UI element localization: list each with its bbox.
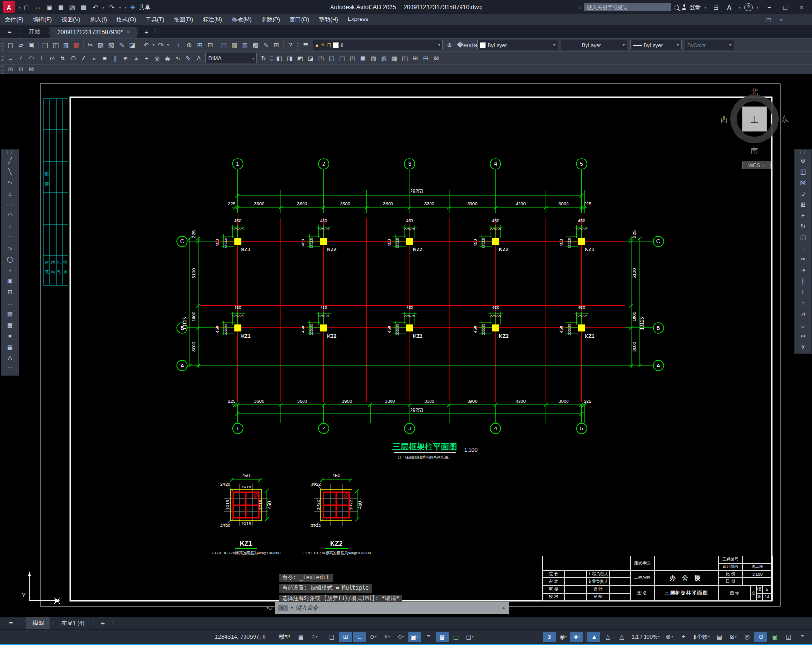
toolbar-grip[interactable]: [6, 151, 14, 154]
offset-icon[interactable]: ∪: [798, 188, 808, 199]
tab-model[interactable]: 模型: [26, 617, 50, 629]
help-icon[interactable]: ?: [744, 3, 753, 11]
make-object-layer-icon[interactable]: ⊕: [444, 40, 455, 50]
file-tabs-menu-icon[interactable]: ≡: [0, 25, 19, 38]
rotate-icon[interactable]: ↻: [798, 221, 808, 232]
app-store-cart-icon[interactable]: ⊟: [711, 2, 721, 12]
dimension-break-icon[interactable]: ≠: [131, 53, 141, 63]
scale-icon[interactable]: ◱: [798, 232, 808, 243]
line-icon[interactable]: ╱: [5, 155, 15, 166]
clean-icon[interactable]: ⊞: [410, 53, 421, 63]
help-icon[interactable]: ?: [285, 40, 295, 50]
polyline-icon[interactable]: ∿: [5, 177, 15, 188]
command-prompt-icon[interactable]: >_: [278, 605, 288, 611]
point-icon[interactable]: ∴: [5, 298, 15, 308]
layer-states-icon[interactable]: �endant;: [465, 40, 476, 50]
cut-icon[interactable]: ✂: [85, 40, 96, 50]
tab-document[interactable]: 20091121231731587910*×: [50, 27, 137, 38]
tool-palettes-icon[interactable]: ▥: [240, 40, 250, 50]
maximize-button[interactable]: □: [779, 2, 792, 12]
command-input[interactable]: >_ ▾ 键入命令 ▲: [275, 602, 509, 614]
dim-style-dropdown[interactable]: DIMA▾: [205, 53, 257, 63]
object-snap-tracking-toggle[interactable]: ×▾: [381, 632, 393, 642]
array-icon[interactable]: ⊞: [798, 199, 808, 210]
customization-menu-toggle[interactable]: ≡: [796, 632, 809, 642]
group-icon[interactable]: ⊞: [5, 64, 16, 75]
save-icon[interactable]: ▣: [26, 40, 37, 50]
app-menu-caret-icon[interactable]: ▾: [17, 2, 21, 12]
qat-save-as-icon[interactable]: ▦: [56, 2, 66, 12]
viewcube-top-label[interactable]: 上: [751, 115, 759, 124]
qat-new-icon[interactable]: ▢: [21, 2, 32, 12]
menu-视图V[interactable]: 视图(V): [57, 16, 85, 24]
redo-list-icon[interactable]: ▾: [166, 40, 170, 50]
help-caret-icon[interactable]: ▾: [755, 2, 760, 12]
color-dropdown[interactable]: ByLayer▾: [477, 40, 558, 50]
qat-undo-caret-icon[interactable]: ▾: [101, 2, 106, 12]
revision-cloud-icon[interactable]: ≈: [5, 232, 15, 243]
radius-dimension-icon[interactable]: ⊙: [47, 53, 58, 63]
clean-screen-toggle[interactable]: ◱: [782, 632, 795, 642]
properties-palette-icon[interactable]: ▤: [219, 40, 229, 50]
offset-faces-icon[interactable]: ◱: [326, 53, 337, 63]
menu-编辑E[interactable]: 编辑(E): [28, 16, 57, 24]
explode-icon[interactable]: ※: [798, 341, 808, 352]
lineweight-dropdown[interactable]: ByLayer▾: [630, 40, 682, 50]
multiline-text-icon[interactable]: A: [5, 352, 15, 363]
menu-格式O[interactable]: 格式(O): [112, 16, 141, 24]
solid-intersect-icon[interactable]: ◩: [295, 53, 305, 63]
qat-save-icon[interactable]: ▣: [44, 2, 55, 12]
copy-edges-icon[interactable]: ▩: [389, 53, 400, 63]
menu-Express[interactable]: Express: [343, 16, 373, 22]
design-center-icon[interactable]: ▦: [229, 40, 240, 50]
color-faces-icon[interactable]: ▧: [368, 53, 379, 63]
dimension-space-icon[interactable]: ≋: [120, 53, 131, 63]
baseline-dimension-icon[interactable]: ≡: [99, 53, 110, 63]
search-input[interactable]: 键入关键字或短语: [584, 3, 671, 11]
doc-minimize-button[interactable]: −: [750, 15, 763, 24]
gradient-icon[interactable]: ▩: [5, 319, 15, 330]
lock-ui-toggle[interactable]: ⊠▾: [727, 632, 740, 642]
isolate-objects-toggle[interactable]: ◎: [741, 632, 753, 642]
quick-dimension-icon[interactable]: «: [89, 53, 99, 63]
extend-icon[interactable]: ⇥: [798, 265, 808, 276]
login-button[interactable]: 登录: [689, 3, 701, 11]
break-at-point-icon[interactable]: ∤: [798, 276, 808, 287]
break-icon[interactable]: ≀: [798, 287, 808, 298]
spline-icon[interactable]: ∿: [5, 243, 15, 254]
layout-menu-icon[interactable]: ≡: [0, 619, 22, 627]
annotation-scale-list-toggle[interactable]: △: [601, 632, 614, 642]
drawing-canvas[interactable]: 暖通建筑结构电气排水1122334455CCBBAA29250225360036…: [0, 74, 812, 617]
layer-properties-icon[interactable]: ≣: [301, 40, 311, 50]
copy-clip-icon[interactable]: ▨: [96, 40, 106, 50]
chevron-down-icon[interactable]: ▾: [291, 606, 293, 610]
model-space-button[interactable]: 模型: [275, 632, 294, 642]
construction-line-icon[interactable]: ╲: [5, 166, 15, 177]
zoom-window-icon[interactable]: ⊞: [195, 40, 205, 50]
imprint-icon[interactable]: ◫: [400, 53, 410, 63]
make-block-icon[interactable]: ⊞: [5, 287, 15, 298]
search-icon[interactable]: [674, 5, 679, 10]
pan-icon[interactable]: +: [174, 40, 184, 50]
inspection-dimension-icon[interactable]: ◉: [162, 53, 173, 63]
redo-icon[interactable]: ↷: [156, 40, 166, 50]
extrude-faces-icon[interactable]: ◪: [305, 53, 316, 63]
polygon-icon[interactable]: ⌂: [5, 188, 15, 199]
diameter-dimension-icon[interactable]: ∅: [68, 53, 78, 63]
tolerance-icon[interactable]: ±: [141, 53, 152, 63]
layer-freeze-icon[interactable]: ☀: [321, 42, 325, 48]
rotate-faces-icon[interactable]: ◳: [347, 53, 358, 63]
table-icon[interactable]: ▦: [5, 341, 15, 352]
chevron-up-icon[interactable]: ▲: [501, 605, 506, 610]
store-caret-icon[interactable]: ▾: [737, 2, 742, 12]
object-snap-toggle[interactable]: ▣▾: [408, 632, 421, 642]
tab-close-icon[interactable]: ×: [127, 30, 129, 35]
zoom-previous-icon[interactable]: ⊟: [205, 40, 215, 50]
login-caret-icon[interactable]: ▾: [704, 2, 708, 12]
3d-object-snap-toggle[interactable]: ◳▾: [463, 632, 476, 642]
dimension-text-edit-icon[interactable]: A: [194, 53, 204, 63]
layer-color-swatch[interactable]: [333, 42, 339, 48]
dynamic-input-toggle[interactable]: ⊞: [339, 632, 352, 642]
match-properties-icon[interactable]: ✎: [117, 40, 127, 50]
hatch-icon[interactable]: ▨: [5, 308, 15, 319]
